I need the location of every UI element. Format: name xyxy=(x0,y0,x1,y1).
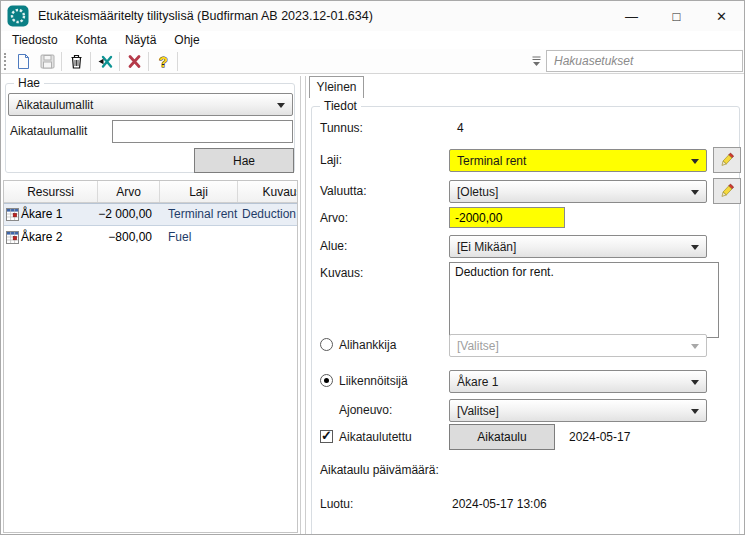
alihankkija-dropdown-value: [Valitse] xyxy=(457,339,499,353)
tunnus-row: Tunnus: 4 xyxy=(312,117,739,139)
svg-text:?: ? xyxy=(159,53,168,69)
alihankkija-dropdown: [Valitse] xyxy=(449,334,707,357)
alue-row: Alue: [Ei Mikään] xyxy=(312,235,739,257)
new-document-icon xyxy=(15,53,32,70)
export-excel-button[interactable] xyxy=(93,50,117,73)
alihankkija-radio[interactable] xyxy=(320,338,333,351)
luotu-label: Luotu: xyxy=(320,493,353,515)
close-button[interactable]: ✕ xyxy=(699,1,744,31)
alue-dropdown[interactable]: [Ei Mikään] xyxy=(449,235,707,258)
column-header-laji[interactable]: Laji xyxy=(160,181,238,202)
alihankkija-label: Alihankkija xyxy=(339,334,396,356)
toolbar-separator xyxy=(90,52,91,71)
ajoneuvo-dropdown[interactable]: [Valitse] xyxy=(449,399,707,422)
toolbar-overflow-icon[interactable] xyxy=(529,52,543,70)
window-controls: — □ ✕ xyxy=(609,1,744,31)
category-dropdown[interactable]: Aikataulumallit xyxy=(8,93,293,116)
menu-bar: Tiedosto Kohta Näytä Ohje xyxy=(1,31,744,49)
hae-button[interactable]: Hae xyxy=(194,148,294,173)
aikataulutettu-label: Aikataulutettu xyxy=(339,426,412,448)
filter-label: Aikataulumallit xyxy=(10,120,87,143)
pencil-icon xyxy=(718,151,736,169)
toolbar-separator xyxy=(61,52,62,71)
column-header-kuvaus[interactable]: Kuvaus xyxy=(238,181,298,202)
export-excel-icon xyxy=(97,53,114,70)
valuutta-dropdown[interactable]: [Oletus] xyxy=(449,180,707,203)
toolbar-separator xyxy=(177,52,178,71)
save-icon xyxy=(39,53,56,70)
liikennoitsija-dropdown-value: Åkare 1 xyxy=(457,375,498,389)
valuutta-dropdown-value: [Oletus] xyxy=(457,185,498,199)
aikataulutettu-row: Aikataulutettu Aikataulu 2024-05-17 xyxy=(312,426,739,448)
aikataulutettu-checkbox[interactable] xyxy=(320,430,333,443)
menu-ohje[interactable]: Ohje xyxy=(165,31,208,49)
sort-asc-icon: ˆ xyxy=(48,180,51,188)
detail-panel: Yleinen Tiedot Tunnus: 4 Laji: Terminal … xyxy=(308,74,744,535)
toolbar-separator xyxy=(148,52,149,71)
column-header-resurssi[interactable]: ˆ Resurssi xyxy=(4,181,98,202)
save-button[interactable] xyxy=(35,50,59,73)
tunnus-label: Tunnus: xyxy=(320,117,363,139)
hae-group: Hae Aikataulumallit Aikataulumallit Hae xyxy=(5,83,295,173)
tab-yleinen[interactable]: Yleinen xyxy=(309,76,364,98)
aikataulu-pvm-label: Aikataulu päivämäärä: xyxy=(320,459,439,481)
aikataulu-date: 2024-05-17 xyxy=(569,426,630,448)
maximize-button[interactable]: □ xyxy=(654,1,699,31)
laji-dropdown-value: Terminal rent xyxy=(457,154,526,168)
app-window: Etukäteismääritelty tilityslisä (Budfirm… xyxy=(0,0,745,535)
alue-dropdown-value: [Ei Mikään] xyxy=(457,240,516,254)
panel-splitter[interactable] xyxy=(300,76,306,534)
arvo-row: Arvo: xyxy=(312,207,739,229)
menu-nayta[interactable]: Näytä xyxy=(116,31,165,49)
minimize-button[interactable]: — xyxy=(609,1,654,31)
column-header-arvo[interactable]: Arvo xyxy=(98,181,160,202)
liikennoitsija-label: Liikennöitsijä xyxy=(339,370,408,392)
search-panel: Hae Aikataulumallit Aikataulumallit Hae … xyxy=(1,74,298,535)
menu-kohta[interactable]: Kohta xyxy=(67,31,116,49)
trash-icon xyxy=(68,53,85,70)
liikennoitsija-dropdown[interactable]: Åkare 1 xyxy=(449,370,707,393)
toolbar-grip-icon xyxy=(4,53,8,70)
toolbar: ? xyxy=(1,49,744,74)
resource-grid-icon xyxy=(6,231,19,244)
alihankkija-row: Alihankkija [Valitse] xyxy=(312,334,739,356)
results-list: ˆ Resurssi Arvo Laji Kuvaus xyxy=(3,180,298,533)
pencil-icon xyxy=(718,182,736,200)
valuutta-row: Valuutta: [Oletus] xyxy=(312,180,739,202)
laji-dropdown[interactable]: Terminal rent xyxy=(449,149,707,172)
new-button[interactable] xyxy=(11,50,35,73)
edit-valuutta-button[interactable] xyxy=(713,178,741,204)
remove-button[interactable] xyxy=(122,50,146,73)
toolbar-separator xyxy=(119,52,120,71)
help-button[interactable]: ? xyxy=(151,50,175,73)
laji-label: Laji: xyxy=(320,149,342,171)
aikataulu-pvm-row: Aikataulu päivämäärä: xyxy=(312,459,739,481)
tiedot-group-title: Tiedot xyxy=(320,99,361,113)
window-title: Etukäteismääritelty tilityslisä (Budfirm… xyxy=(38,9,373,23)
hae-group-title: Hae xyxy=(14,76,44,90)
table-row[interactable]: Åkare 2 −800,00 Fuel xyxy=(4,226,297,249)
valuutta-label: Valuutta: xyxy=(320,180,366,202)
alue-label: Alue: xyxy=(320,235,347,257)
filter-input[interactable] xyxy=(112,120,293,143)
table-row[interactable]: Åkare 1 −2 000,00 Terminal rent Deductio… xyxy=(4,203,297,226)
liikennoitsija-row: Liikennöitsijä Åkare 1 xyxy=(312,370,739,392)
help-icon: ? xyxy=(155,53,172,70)
kuvaus-label: Kuvaus: xyxy=(320,262,363,284)
edit-laji-button[interactable] xyxy=(713,147,741,173)
arvo-input[interactable] xyxy=(449,207,565,228)
luotu-row: Luotu: 2024-05-17 13:06 xyxy=(312,493,739,515)
main-area: Hae Aikataulumallit Aikataulumallit Hae … xyxy=(1,74,744,535)
liikennoitsija-radio[interactable] xyxy=(320,374,333,387)
delete-button[interactable] xyxy=(64,50,88,73)
aikataulu-button[interactable]: Aikataulu xyxy=(449,424,555,450)
tunnus-value: 4 xyxy=(457,117,464,139)
list-header: ˆ Resurssi Arvo Laji Kuvaus xyxy=(4,181,297,203)
kuvaus-textarea[interactable]: Deduction for rent. xyxy=(449,262,719,338)
red-x-icon xyxy=(126,53,143,70)
search-input[interactable] xyxy=(546,50,743,72)
luotu-value: 2024-05-17 13:06 xyxy=(452,493,547,515)
menu-tiedosto[interactable]: Tiedosto xyxy=(3,31,67,49)
ajoneuvo-label: Ajoneuvo: xyxy=(339,399,392,421)
arvo-label: Arvo: xyxy=(320,207,348,229)
